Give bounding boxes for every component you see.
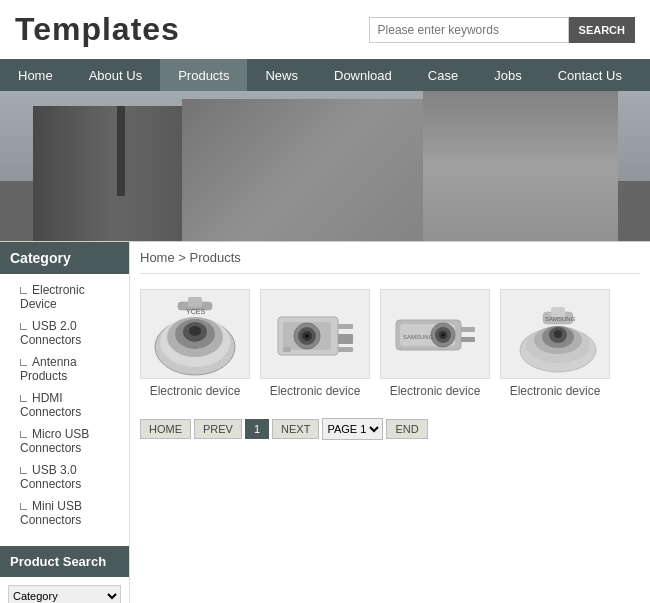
pagination-page-num[interactable]: 1 xyxy=(245,419,269,439)
main-nav: Home About Us Products News Download Cas… xyxy=(0,59,650,91)
sidebar-item-usb2[interactable]: USB 2.0 Connectors xyxy=(0,315,129,351)
product-item[interactable]: YCES Electronic device xyxy=(140,289,250,398)
product-search-header: Product Search xyxy=(0,546,129,577)
banner xyxy=(0,91,650,241)
sidebar-item-microusb[interactable]: Micro USB Connectors xyxy=(0,423,129,459)
sidebar: Category Electronic Device USB 2.0 Conne… xyxy=(0,242,130,603)
breadcrumb: Home > Products xyxy=(140,242,640,274)
search-bar: SEARCH xyxy=(369,17,635,43)
sidebar-item-antenna[interactable]: Antenna Products xyxy=(0,351,129,387)
product-label-4: Electronic device xyxy=(500,384,610,398)
svg-rect-16 xyxy=(338,334,353,344)
banner-overlay xyxy=(0,91,650,241)
svg-point-24 xyxy=(441,333,444,336)
pagination-next[interactable]: NEXT xyxy=(272,419,319,439)
svg-point-14 xyxy=(305,334,309,338)
nav-contact[interactable]: Contact Us xyxy=(540,59,640,91)
nav-download[interactable]: Download xyxy=(316,59,410,91)
sidebar-item-usb3[interactable]: USB 3.0 Connectors xyxy=(0,459,129,495)
breadcrumb-current: Products xyxy=(190,250,241,265)
svg-point-33 xyxy=(554,330,562,338)
product-item[interactable]: SAMSUNG Electronic device xyxy=(500,289,610,398)
box-camera-icon xyxy=(268,292,363,377)
search-input[interactable] xyxy=(369,17,569,43)
svg-point-5 xyxy=(189,326,201,336)
product-search-body: Category Sort by update search xyxy=(0,577,129,603)
nav-news[interactable]: News xyxy=(247,59,316,91)
products-grid: YCES Electronic device xyxy=(140,284,640,403)
svg-rect-25 xyxy=(461,327,475,332)
pagination: HOME PREV 1 NEXT PAGE 1 END xyxy=(140,418,640,440)
product-label-1: Electronic device xyxy=(140,384,250,398)
svg-rect-7 xyxy=(188,297,202,307)
dome-camera-icon: YCES xyxy=(148,292,243,377)
nav-case[interactable]: Case xyxy=(410,59,476,91)
search-button[interactable]: SEARCH xyxy=(569,17,635,43)
site-title: Templates xyxy=(15,11,180,48)
product-item[interactable]: Electronic device xyxy=(260,289,370,398)
header: Templates SEARCH xyxy=(0,0,650,59)
sidebar-item-electronic[interactable]: Electronic Device xyxy=(0,279,129,315)
pagination-end[interactable]: END xyxy=(386,419,427,439)
category-select[interactable]: Category xyxy=(8,585,121,603)
category-header: Category xyxy=(0,242,129,274)
nav-jobs[interactable]: Jobs xyxy=(476,59,539,91)
svg-rect-15 xyxy=(338,324,353,329)
svg-text:YCES: YCES xyxy=(186,308,205,315)
product-item[interactable]: SAMSUNG Electronic device xyxy=(380,289,490,398)
samsung-dome-icon: SAMSUNG xyxy=(508,292,603,377)
product-label-2: Electronic device xyxy=(260,384,370,398)
sidebar-item-hdmi[interactable]: HDMI Connectors xyxy=(0,387,129,423)
nav-products[interactable]: Products xyxy=(160,59,247,91)
sidebar-items: Electronic Device USB 2.0 Connectors Ant… xyxy=(0,274,129,536)
product-image-3: SAMSUNG xyxy=(380,289,490,379)
main-content: Home > Products YCES xyxy=(130,242,650,603)
sidebar-item-miniusb[interactable]: Mini USB Connectors xyxy=(0,495,129,531)
svg-rect-18 xyxy=(283,347,291,352)
nav-home[interactable]: Home xyxy=(0,59,71,91)
product-image-1: YCES xyxy=(140,289,250,379)
pagination-prev[interactable]: PREV xyxy=(194,419,242,439)
pagination-home[interactable]: HOME xyxy=(140,419,191,439)
breadcrumb-home[interactable]: Home xyxy=(140,250,175,265)
content-area: Category Electronic Device USB 2.0 Conne… xyxy=(0,241,650,603)
product-image-4: SAMSUNG xyxy=(500,289,610,379)
product-image-2 xyxy=(260,289,370,379)
product-label-3: Electronic device xyxy=(380,384,490,398)
nav-about[interactable]: About Us xyxy=(71,59,160,91)
svg-rect-26 xyxy=(461,337,475,342)
breadcrumb-separator: > xyxy=(178,250,189,265)
svg-rect-17 xyxy=(338,347,353,352)
svg-text:SAMSUNG: SAMSUNG xyxy=(403,334,434,340)
bullet-camera-icon: SAMSUNG xyxy=(388,292,483,377)
svg-text:SAMSUNG: SAMSUNG xyxy=(545,316,576,322)
pagination-page-select[interactable]: PAGE 1 xyxy=(322,418,383,440)
